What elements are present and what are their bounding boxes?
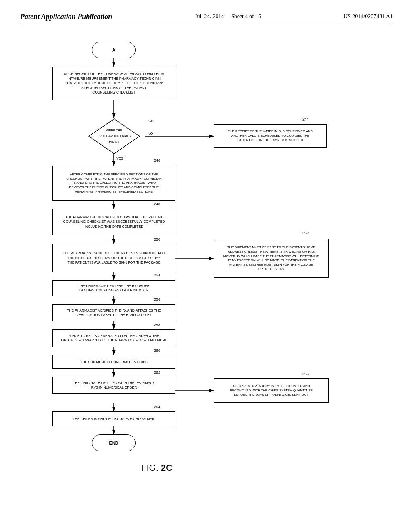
- label-252: 252: [302, 231, 309, 235]
- label-248: 248: [154, 202, 160, 206]
- box-258: A PICK TICKET IS GENERATED FOR THE ORDER…: [52, 329, 175, 347]
- fig-label: FIG. 2C: [141, 463, 172, 473]
- box-244: THE RECEIPT OF THE MATERIALS IS CONFIRME…: [214, 124, 327, 148]
- box-250: THE PHARMACIST SCHEDULE THE PATIENT'S SH…: [52, 244, 175, 272]
- publication-title: Patent Application Publication: [20, 12, 112, 21]
- fig-num: 2C: [161, 463, 172, 473]
- label-258: 258: [154, 323, 160, 327]
- no-label: NO: [148, 131, 153, 135]
- box-256: THE PHARMACIST VERIFIES THE Rx AND ATTAC…: [52, 304, 175, 321]
- label-246: 246: [154, 158, 160, 162]
- page-header: Patent Application Publication Jul. 24, …: [20, 12, 393, 25]
- label-250: 250: [154, 237, 160, 241]
- svg-text:WERE THE: WERE THE: [106, 129, 122, 132]
- sheet-info: Sheet 4 of 16: [231, 13, 261, 19]
- box-248: THE PHARMACIST INDICATES IN CHIPS THAT T…: [52, 209, 175, 235]
- node-a: A: [92, 42, 136, 58]
- label-242: 242: [148, 119, 154, 123]
- label-262: 262: [154, 370, 160, 374]
- box-252: THE SHIPMENT MUST BE SENT TO THE PATIENT…: [214, 239, 329, 278]
- header-center: Jul. 24, 2014 Sheet 4 of 16: [195, 12, 261, 21]
- box-246: AFTER COMPLETING THE SPECIFIED SECTIONS …: [52, 166, 175, 201]
- label-254: 254: [154, 273, 160, 277]
- box-254: THE PHARMACIST ENTERS THE Rx ORDER IN CH…: [52, 280, 175, 296]
- svg-text:PROGRAM MATERIALS: PROGRAM MATERIALS: [98, 134, 131, 138]
- node-end: END: [92, 434, 136, 451]
- label-260: 260: [154, 349, 160, 353]
- publication-date: Jul. 24, 2014: [195, 13, 224, 19]
- box-264: THE ORDER IS SHIPPED BY USPS EXPRESS MAI…: [52, 411, 175, 426]
- box-260: THE SHIPMENT IS CONFIRMED IN CHIPS: [52, 355, 175, 369]
- diagram-area: A 240 UPON RECEIPT OF THE COVERAGE APPRO…: [20, 33, 393, 497]
- box-266: ALL XYREM INVENTORY IS CYCLE COUNTED AND…: [214, 378, 329, 403]
- label-266: 266: [302, 372, 309, 376]
- page: Patent Application Publication Jul. 24, …: [0, 0, 413, 532]
- patent-number: US 2014/0207481 A1: [344, 12, 393, 21]
- yes-label: YES: [116, 156, 123, 160]
- label-256: 256: [154, 297, 160, 301]
- box-262: THE ORIGINAL Rx IS FILED WITH THE PHARMA…: [52, 377, 175, 394]
- label-244: 244: [302, 117, 309, 121]
- label-264: 264: [154, 405, 160, 409]
- svg-text:READ?: READ?: [109, 140, 119, 143]
- box-240: UPON RECEIPT OF THE COVERAGE APPROVAL FO…: [52, 66, 175, 100]
- diamond-242: WERE THE PROGRAM MATERIALS READ?: [88, 118, 140, 154]
